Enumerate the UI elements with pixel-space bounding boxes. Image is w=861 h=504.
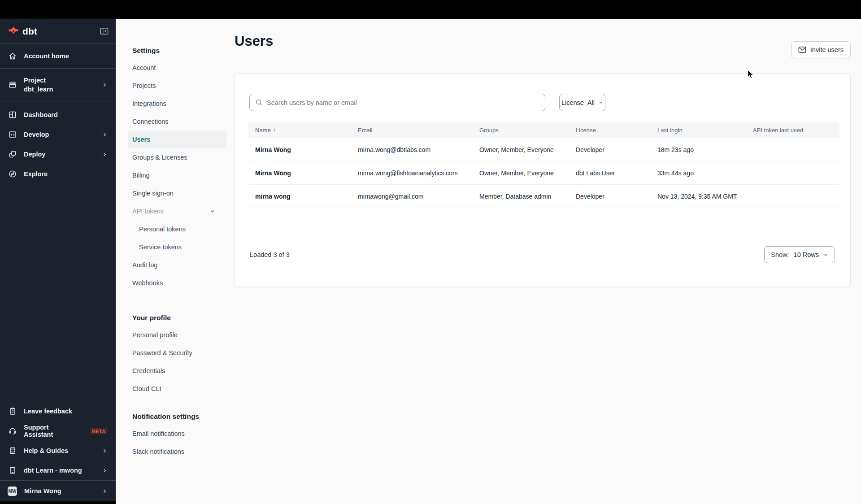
settings-nav-credentials[interactable]: Credentials [128, 362, 226, 380]
sidebar-item-label: dbt Learn - mwong [24, 467, 95, 474]
settings-nav-integrations[interactable]: Integrations [128, 95, 226, 113]
sidebar-header: dbt [0, 19, 116, 44]
settings-nav-service-tokens[interactable]: Service tokens [128, 238, 226, 256]
invite-users-button[interactable]: Invite users [791, 41, 851, 58]
building-icon [8, 466, 17, 475]
cell-license: dbt Labs User [569, 169, 651, 177]
chevron-right-icon [102, 82, 108, 88]
chevron-right-icon [102, 132, 108, 138]
settings-nav-heading: Notification settings [132, 408, 226, 425]
loaded-count: Loaded 3 of 3 [250, 251, 290, 258]
chevron-down-icon [823, 252, 828, 257]
settings-nav-groups-licenses[interactable]: Groups & Licenses [128, 148, 226, 166]
settings-nav-users[interactable]: Users [128, 130, 226, 148]
top-bar [0, 0, 861, 19]
cell-last-login: Nov 13, 2024, 9:35 AM GMT [651, 193, 746, 200]
settings-nav-heading: Your profile [132, 310, 226, 326]
settings-nav-password-security[interactable]: Password & Security [128, 344, 226, 362]
project-icon [8, 80, 17, 89]
cell-email: mirna.wong@dbtlabs.com [351, 146, 473, 153]
cell-email: mirnawong@gmail.com [351, 193, 473, 200]
settings-nav-audit-log[interactable]: Audit log [128, 256, 226, 274]
cell-name: Mirna Wong [248, 169, 351, 177]
cell-groups: Owner, Member, Everyone [473, 146, 569, 153]
settings-nav-cloud-cli[interactable]: Cloud CLI [128, 380, 226, 398]
sidebar-collapse-icon[interactable] [100, 27, 109, 35]
sidebar-item-org-dbt-learn[interactable]: dbt Learn - mwong [0, 461, 116, 480]
settings-nav-webhooks[interactable]: Webhooks [128, 274, 226, 292]
table-row[interactable]: mirna wong mirnawong@gmail.com Member, D… [248, 185, 839, 208]
settings-nav-personal-tokens[interactable]: Personal tokens [128, 220, 226, 238]
dashboard-icon [8, 110, 17, 119]
sidebar-item-account-home[interactable]: Account home [0, 44, 116, 69]
cell-last-login: 18m 23s ago [651, 146, 746, 153]
headset-icon [8, 426, 17, 435]
chevron-right-icon [102, 152, 108, 157]
feedback-icon [8, 407, 17, 416]
search-box [249, 94, 545, 111]
chevron-right-icon [102, 468, 108, 474]
cell-last-login: 33m 44s ago [651, 169, 746, 177]
chevron-down-icon [598, 100, 603, 105]
settings-nav-personal-profile[interactable]: Personal profile [128, 326, 226, 344]
settings-nav-projects[interactable]: Projects [128, 77, 226, 95]
app-sidebar: dbt Account home Project dbt_learn Dashb… [0, 19, 116, 504]
settings-nav: Settings Account Projects Integrations C… [116, 19, 235, 504]
sort-ascending-icon: ↑ [273, 127, 276, 133]
sidebar-project-name: dbt_learn [24, 85, 95, 93]
settings-nav-account[interactable]: Account [128, 59, 226, 77]
sidebar-item-label: Leave feedback [24, 408, 108, 415]
sidebar-item-label: Dashboard [24, 111, 108, 118]
sidebar-item-label: Deploy [24, 151, 95, 158]
column-header-email[interactable]: Email [351, 127, 473, 134]
beta-badge: BETA [90, 428, 108, 434]
page-title: Users [235, 33, 273, 49]
cell-license: Developer [569, 193, 651, 200]
sidebar-item-help-guides[interactable]: Help & Guides [0, 441, 116, 461]
rows-per-page-dropdown[interactable]: Show: 10 Rows [764, 246, 835, 263]
sidebar-item-label: Project [24, 76, 95, 84]
sidebar-item-label: Account home [24, 52, 69, 60]
users-table: Name ↑ Email Groups License Last login A… [248, 122, 839, 208]
dbt-logo[interactable]: dbt [8, 26, 37, 37]
book-icon [8, 446, 17, 455]
chevron-right-icon [102, 448, 108, 454]
sidebar-user-menu[interactable]: MW Mirna Wong [0, 480, 116, 501]
column-header-api-token[interactable]: API token last used [746, 127, 839, 134]
column-header-name[interactable]: Name ↑ [248, 127, 351, 134]
settings-nav-api-tokens[interactable]: API tokens [128, 202, 226, 220]
dbt-logo-icon [8, 26, 19, 37]
users-card: License All Name ↑ Email Groups License … [235, 73, 851, 287]
table-row[interactable]: Mirna Wong mirna.wong@fishtownanalytics.… [248, 161, 839, 185]
table-footer: Loaded 3 of 3 Show: 10 Rows [250, 246, 835, 263]
deploy-icon [8, 150, 17, 159]
table-header: Name ↑ Email Groups License Last login A… [248, 122, 839, 138]
settings-nav-billing[interactable]: Billing [128, 166, 226, 184]
sidebar-item-leave-feedback[interactable]: Leave feedback [0, 401, 116, 421]
settings-nav-connections[interactable]: Connections [128, 113, 226, 130]
sidebar-item-dashboard[interactable]: Dashboard [0, 105, 116, 125]
sidebar-item-support-assistant[interactable]: Support Assistant BETA [0, 421, 116, 441]
sidebar-item-deploy[interactable]: Deploy [0, 144, 116, 164]
dbt-logo-text: dbt [22, 26, 37, 37]
settings-nav-single-sign-on[interactable]: Single sign-on [128, 184, 226, 202]
cell-groups: Owner, Member, Everyone [473, 169, 569, 177]
settings-nav-email-notifications[interactable]: Email notifications [128, 425, 226, 443]
settings-nav-slack-notifications[interactable]: Slack notifications [128, 443, 226, 461]
chevron-right-icon [102, 488, 108, 494]
cell-groups: Member, Database admin [473, 193, 569, 200]
sidebar-item-explore[interactable]: Explore [0, 164, 116, 184]
search-input[interactable] [267, 99, 539, 106]
sidebar-item-project[interactable]: Project dbt_learn [0, 69, 116, 101]
avatar: MW [8, 487, 17, 496]
column-header-groups[interactable]: Groups [473, 127, 569, 134]
sidebar-bottom-strip [0, 501, 116, 504]
license-filter-dropdown[interactable]: License All [559, 94, 605, 111]
sidebar-user-name: Mirna Wong [24, 487, 95, 495]
column-header-last-login[interactable]: Last login [651, 127, 746, 134]
sidebar-item-develop[interactable]: Develop [0, 125, 116, 144]
search-icon [255, 99, 263, 106]
table-row[interactable]: Mirna Wong mirna.wong@dbtlabs.com Owner,… [248, 138, 839, 161]
column-header-license[interactable]: License [569, 127, 651, 134]
cell-email: mirna.wong@fishtownanalytics.com [351, 169, 473, 177]
